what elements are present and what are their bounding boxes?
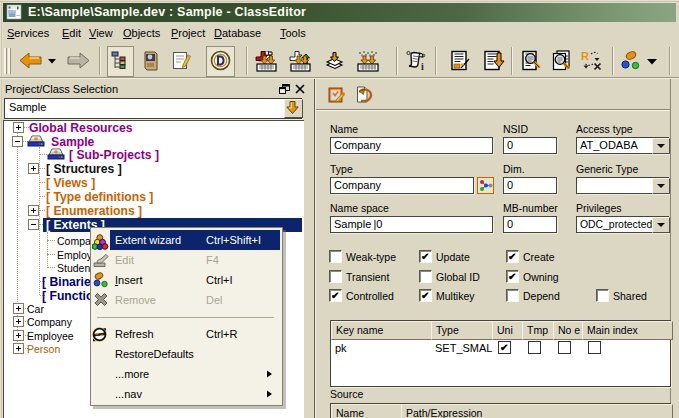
svg-text:R: R xyxy=(581,50,589,62)
svg-text:i: i xyxy=(421,61,424,72)
